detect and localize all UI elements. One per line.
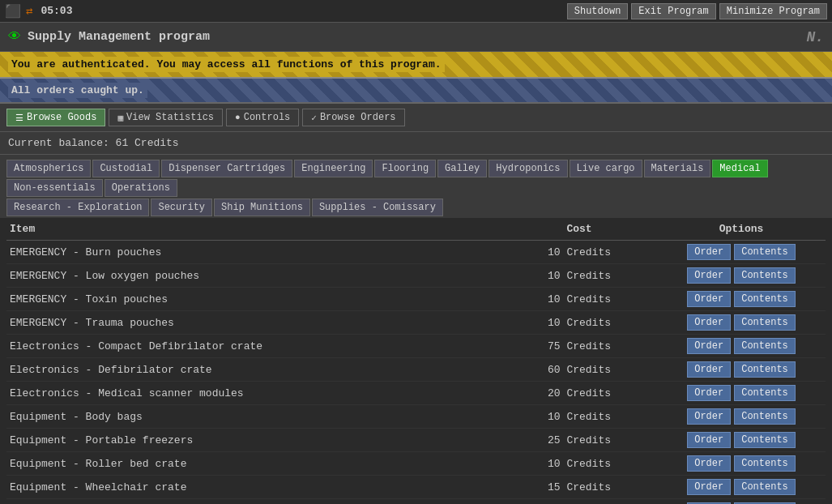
order-button-9[interactable]: Order [687,455,731,472]
nav-tab-view-statistics[interactable]: ▦View Statistics [109,109,223,126]
cat-tab-atmospherics[interactable]: Atmospherics [6,160,91,177]
minimize-program-button[interactable]: Minimize Program [719,3,827,19]
contents-button-5[interactable]: Contents [734,361,796,378]
order-button-2[interactable]: Order [687,291,731,307]
cat-tab-operations[interactable]: Operations [105,179,177,197]
table-header: Item Cost Options [6,218,826,241]
row-item-10: Equipment - Wheelchair crate [10,481,498,493]
title-bar: 👁 Supply Management program N. [0,23,832,52]
table-row: EMERGENCY - Burn pouches 10 Credits Orde… [6,241,826,264]
cat-tab-research-exploration[interactable]: Research - Exploration [6,199,149,216]
row-options-5: Order Contents [660,361,822,378]
row-cost-0: 10 Credits [498,246,660,258]
cat-tab-materials[interactable]: Materials [644,160,711,177]
table-row: Electronics - Defibrilator crate 60 Cred… [6,358,826,382]
row-item-9: Equipment - Roller bed crate [10,458,498,470]
cat-tab-ship-munitions[interactable]: Ship Munitions [214,199,310,216]
balance-text: Current balance: 61 Credits [8,137,179,149]
order-button-8[interactable]: Order [687,432,731,448]
row-options-1: Order Contents [660,267,822,284]
row-options-7: Order Contents [660,408,822,425]
contents-button-2[interactable]: Contents [734,291,796,307]
category-tabs: AtmosphericsCustodialDispenser Cartridge… [0,155,832,216]
row-cost-6: 20 Credits [498,387,660,399]
status-icons: ⬛ ⇄ [5,3,32,19]
nav-tab-browse-goods[interactable]: ☰Browse Goods [6,109,105,126]
row-cost-5: 60 Credits [498,364,660,376]
cat-tab-dispenser-cartridges[interactable]: Dispenser Cartridges [161,160,292,177]
nav-tab-label-view-statistics: View Statistics [126,112,214,123]
order-button-4[interactable]: Order [687,338,731,354]
order-button-0[interactable]: Order [687,244,731,260]
balance-bar: Current balance: 61 Credits [0,132,832,155]
order-button-5[interactable]: Order [687,361,731,378]
contents-button-10[interactable]: Contents [734,479,796,495]
row-item-0: EMERGENCY - Burn pouches [10,246,498,258]
header-cost: Cost [498,223,660,235]
cat-tab-flooring[interactable]: Flooring [374,160,436,177]
cat-tab-hydroponics[interactable]: Hydroponics [489,160,567,177]
table-row: Electronics - Compact Defibrilator crate… [6,335,826,358]
row-item-1: EMERGENCY - Low oxygen pouches [10,270,498,282]
cat-tab-live-cargo[interactable]: Live cargo [570,160,642,177]
contents-button-3[interactable]: Contents [734,314,796,331]
clock: 05:03 [41,5,72,17]
cat-tab-medical[interactable]: Medical [712,160,767,177]
program-icon: 👁 [8,29,21,45]
contents-button-1[interactable]: Contents [734,267,796,284]
nav-tab-icon-browse-orders: ✓ [311,113,317,123]
order-button-6[interactable]: Order [687,385,731,401]
nav-tab-controls[interactable]: ●Controls [226,109,299,126]
row-item-3: EMERGENCY - Trauma pouches [10,317,498,329]
logo: N. [806,29,824,45]
contents-button-4[interactable]: Contents [734,338,796,354]
row-cost-4: 75 Credits [498,340,660,352]
row-options-2: Order Contents [660,291,822,307]
orders-message: All orders caught up. [8,83,147,98]
cat-tab-custodial[interactable]: Custodial [92,160,160,177]
contents-button-9[interactable]: Contents [734,455,796,472]
nav-tab-label-browse-orders: Browse Orders [320,112,396,123]
contents-button-7[interactable]: Contents [734,408,796,425]
category-row-1: AtmosphericsCustodialDispenser Cartridge… [6,160,826,197]
top-bar: ⬛ ⇄ 05:03 Shutdown Exit Program Minimize… [0,0,832,23]
table-row: Equipment - Portable freezers 25 Credits… [6,429,826,452]
category-row-2: Research - ExplorationSecurityShip Munit… [6,199,826,216]
order-button-3[interactable]: Order [687,314,731,331]
table-row: EMERGENCY - Low oxygen pouches 10 Credit… [6,264,826,288]
row-item-2: EMERGENCY - Toxin pouches [10,293,498,305]
cat-tab-engineering[interactable]: Engineering [294,160,373,177]
row-cost-2: 10 Credits [498,293,660,305]
nav-tab-label-controls: Controls [244,112,291,123]
shutdown-button[interactable]: Shutdown [567,3,629,19]
row-cost-1: 10 Credits [498,270,660,282]
order-button-1[interactable]: Order [687,267,731,284]
window-controls: Shutdown Exit Program Minimize Program [567,3,827,19]
nav-tab-browse-orders[interactable]: ✓Browse Orders [302,109,404,126]
table-row: Equipment - Body bags 10 Credits Order C… [6,405,826,429]
cat-tab-galley[interactable]: Galley [437,160,487,177]
cat-tab-supplies-comissary[interactable]: Supplies - Comissary [312,199,443,216]
auth-banner: You are authenticated. You may access al… [0,52,832,79]
table-row: EMERGENCY - Trauma pouches 10 Credits Or… [6,311,826,335]
order-button-10[interactable]: Order [687,479,731,495]
row-options-4: Order Contents [660,338,822,354]
row-item-4: Electronics - Compact Defibrilator crate [10,340,498,352]
table-row: Equipment - Roller bed crate 10 Credits … [6,452,826,476]
header-item: Item [10,223,498,235]
row-options-0: Order Contents [660,244,822,260]
power-icon: ⬛ [5,3,21,19]
cat-tab-security[interactable]: Security [151,199,212,216]
signal-icon: ⇄ [26,4,32,18]
auth-message: You are authenticated. You may access al… [8,57,445,72]
row-item-5: Electronics - Defibrilator crate [10,364,498,376]
contents-button-6[interactable]: Contents [734,385,796,401]
contents-button-8[interactable]: Contents [734,432,796,448]
row-item-6: Electronics - Medical scanner modules [10,387,498,399]
nav-tab-label-browse-goods: Browse Goods [27,112,96,123]
contents-button-0[interactable]: Contents [734,244,796,260]
row-options-9: Order Contents [660,455,822,472]
order-button-7[interactable]: Order [687,408,731,425]
cat-tab-non-essentials[interactable]: Non-essentials [6,179,103,197]
exit-program-button[interactable]: Exit Program [631,3,715,19]
